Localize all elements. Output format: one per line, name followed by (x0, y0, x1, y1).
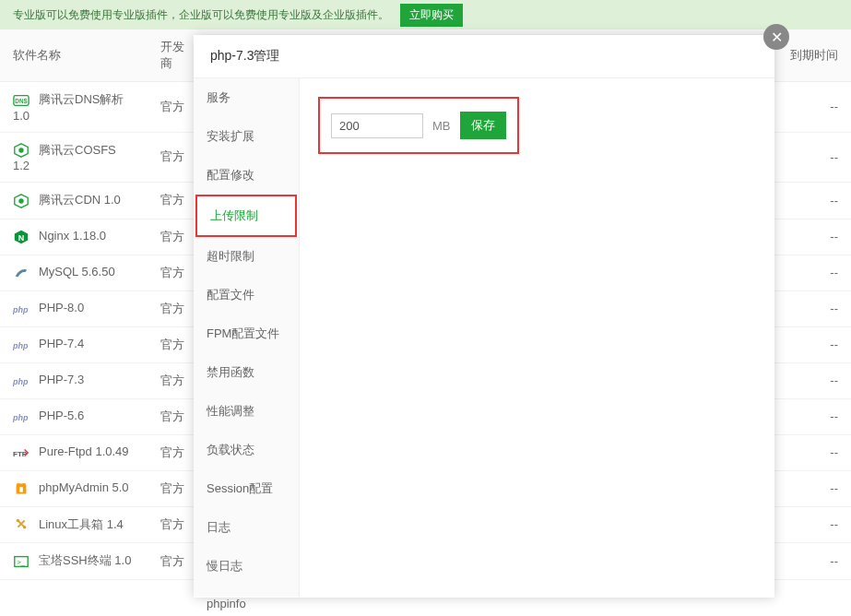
nginx-icon: N (13, 229, 33, 245)
software-name: PHP-8.0 (39, 301, 84, 314)
dialog-nav-item[interactable]: 配置修改 (194, 156, 299, 195)
expire-cell: -- (777, 543, 851, 580)
svg-point-15 (23, 526, 27, 529)
dialog-nav-item[interactable]: 禁用函数 (194, 353, 299, 392)
unit-label: MB (432, 119, 451, 133)
dialog-nav-item[interactable]: 配置文件 (194, 276, 299, 314)
dialog-nav: 服务安装扩展配置修改上传限制超时限制配置文件FPM配置文件禁用函数性能调整负载状… (194, 78, 300, 597)
svg-point-3 (18, 148, 23, 152)
dialog-nav-item[interactable]: FPM配置文件 (194, 314, 299, 353)
cdn-icon (13, 193, 33, 209)
php-icon: php (13, 301, 33, 317)
php-icon: php (13, 337, 33, 353)
svg-text:php: php (13, 304, 29, 314)
expire-cell: -- (777, 82, 851, 133)
svg-point-5 (18, 198, 23, 203)
buy-now-button[interactable]: 立即购买 (400, 4, 463, 27)
dialog-nav-item[interactable]: Session配置 (194, 469, 299, 508)
expire-cell: -- (777, 255, 851, 290)
dialog-content: MB 保存 (300, 78, 774, 597)
close-icon[interactable]: ✕ (763, 24, 789, 50)
expire-cell: -- (777, 326, 851, 362)
software-name: Linux工具箱 1.4 (39, 517, 124, 531)
svg-text:php: php (13, 376, 29, 385)
software-name: Nginx 1.18.0 (39, 229, 106, 243)
dialog-nav-item[interactable]: 慢日志 (194, 547, 299, 586)
dns-icon: DNS (13, 92, 33, 109)
promo-banner: 专业版可以免费使用专业版插件，企业版可以免费使用专业版及企业版插件。 立即购买 (0, 0, 851, 30)
upload-limit-box: MB 保存 (318, 97, 519, 154)
expire-cell: -- (777, 470, 851, 506)
svg-text:N: N (18, 232, 25, 242)
pma-icon (13, 480, 33, 497)
cosfs-icon (13, 142, 33, 159)
dialog-nav-item[interactable]: 日志 (194, 508, 299, 547)
dialog-title: php-7.3管理 (194, 35, 774, 78)
expire-cell: -- (777, 434, 851, 470)
mysql-icon (13, 265, 33, 281)
expire-cell: -- (777, 362, 851, 398)
svg-text:php: php (13, 340, 29, 349)
php-icon: php (13, 373, 33, 389)
save-button[interactable]: 保存 (460, 112, 506, 139)
expire-cell: -- (777, 219, 851, 255)
expire-cell: -- (777, 183, 851, 219)
software-name: MySQL 5.6.50 (39, 265, 115, 278)
dialog-nav-item[interactable]: 安装扩展 (194, 117, 299, 156)
software-name: PHP-5.6 (39, 409, 84, 422)
php-manage-dialog: php-7.3管理 服务安装扩展配置修改上传限制超时限制配置文件FPM配置文件禁… (194, 35, 774, 598)
svg-text:php: php (13, 412, 29, 421)
dialog-nav-item[interactable]: 服务 (194, 78, 299, 117)
banner-text: 专业版可以免费使用专业版插件，企业版可以免费使用专业版及企业版插件。 (13, 7, 389, 23)
php-icon: php (13, 409, 33, 425)
svg-rect-13 (19, 487, 23, 492)
dialog-nav-item[interactable]: 性能调整 (194, 392, 299, 431)
expire-cell: -- (777, 506, 851, 543)
linux-icon (13, 516, 33, 533)
expire-cell: -- (777, 398, 851, 434)
software-name: PHP-7.3 (39, 373, 84, 386)
dialog-nav-item[interactable]: 负载状态 (194, 431, 299, 469)
software-name: 腾讯云CDN 1.0 (39, 193, 121, 207)
software-name: 宝塔SSH终端 1.0 (39, 553, 131, 567)
svg-text:DNS: DNS (15, 97, 27, 103)
dialog-nav-item[interactable]: 超时限制 (194, 237, 299, 276)
svg-point-14 (17, 519, 20, 523)
software-name: Pure-Ftpd 1.0.49 (39, 444, 129, 458)
upload-limit-input[interactable] (331, 113, 423, 138)
software-name: PHP-7.4 (39, 337, 84, 350)
expire-cell: -- (777, 132, 851, 183)
dialog-nav-item[interactable]: phpinfo (194, 586, 299, 616)
expire-cell: -- (777, 290, 851, 326)
dialog-nav-item[interactable]: 上传限制 (195, 195, 297, 237)
ssh-icon: >_ (13, 553, 33, 570)
col-header-name: 软件名称 (0, 30, 148, 82)
ftp-icon: FTP (13, 444, 33, 461)
svg-text:>_: >_ (18, 558, 26, 566)
software-name: phpMyAdmin 5.0 (39, 480, 129, 494)
